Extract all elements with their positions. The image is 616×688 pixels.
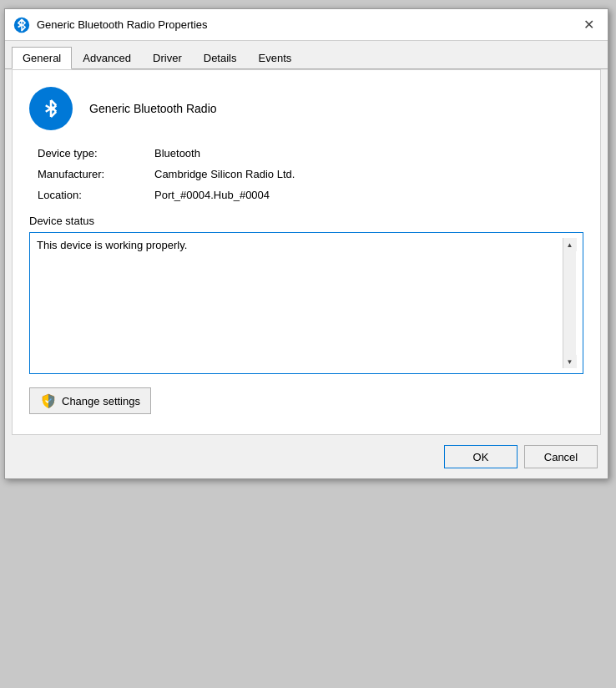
- close-button[interactable]: ✕: [578, 14, 599, 36]
- tab-general[interactable]: General: [12, 47, 72, 69]
- properties-grid: Device type: Bluetooth Manufacturer: Cam…: [38, 147, 583, 201]
- tab-driver[interactable]: Driver: [142, 47, 193, 69]
- scrollbar-track: [563, 251, 576, 355]
- change-settings-button[interactable]: Change settings: [29, 387, 151, 414]
- tab-details[interactable]: Details: [193, 47, 248, 69]
- title-bar: Generic Bluetooth Radio Properties ✕: [5, 9, 608, 41]
- tab-events[interactable]: Events: [248, 47, 303, 69]
- dialog-window: Generic Bluetooth Radio Properties ✕ Gen…: [4, 8, 608, 479]
- scrollbar: ▲ ▼: [563, 238, 576, 368]
- tab-bar: General Advanced Driver Details Events: [5, 41, 608, 69]
- change-settings-section: Change settings: [29, 387, 583, 414]
- manufacturer-label: Manufacturer:: [38, 168, 154, 180]
- device-type-value: Bluetooth: [154, 147, 200, 159]
- device-status-section: Device status This device is working pro…: [29, 215, 583, 374]
- dialog-footer: OK Cancel: [5, 435, 608, 478]
- device-type-label: Device type:: [38, 147, 154, 159]
- status-text: This device is working properly.: [37, 238, 563, 368]
- manufacturer-row: Manufacturer: Cambridge Silicon Radio Lt…: [38, 168, 583, 180]
- device-header: Generic Bluetooth Radio: [29, 87, 583, 130]
- status-textbox[interactable]: This device is working properly. ▲ ▼: [29, 232, 583, 374]
- location-value: Port_#0004.Hub_#0004: [154, 189, 270, 201]
- device-status-label: Device status: [29, 215, 583, 227]
- location-row: Location: Port_#0004.Hub_#0004: [38, 189, 583, 201]
- cancel-button[interactable]: Cancel: [524, 445, 598, 468]
- window-title: Generic Bluetooth Radio Properties: [37, 18, 578, 31]
- ok-button[interactable]: OK: [444, 445, 518, 468]
- device-icon: [29, 87, 73, 130]
- device-type-row: Device type: Bluetooth: [38, 147, 583, 159]
- device-name: Generic Bluetooth Radio: [89, 102, 217, 115]
- manufacturer-value: Cambridge Silicon Radio Ltd.: [154, 168, 295, 180]
- bluetooth-title-icon: [13, 17, 30, 33]
- location-label: Location:: [38, 189, 154, 201]
- scroll-down-arrow[interactable]: ▼: [563, 355, 577, 368]
- dialog-content: Generic Bluetooth Radio Device type: Blu…: [12, 69, 601, 435]
- scroll-up-arrow[interactable]: ▲: [563, 238, 577, 251]
- tab-advanced[interactable]: Advanced: [72, 47, 142, 69]
- change-settings-label: Change settings: [62, 395, 140, 407]
- shield-icon: [40, 392, 57, 409]
